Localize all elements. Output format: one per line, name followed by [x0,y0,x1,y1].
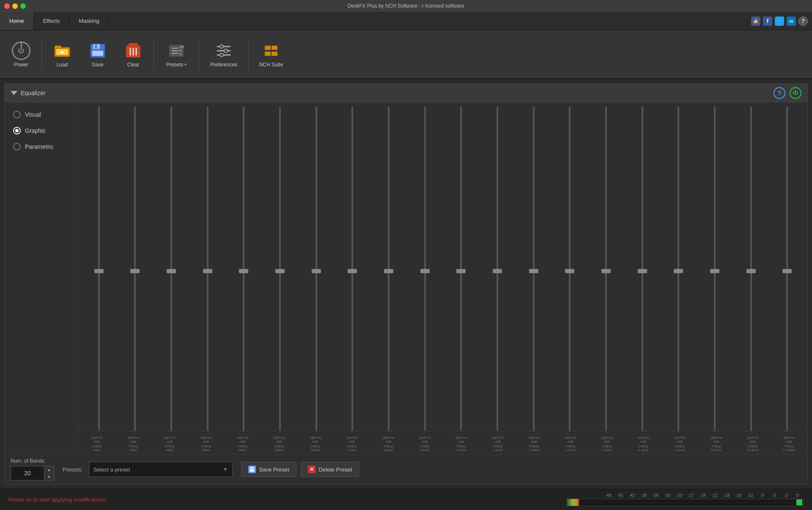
band-slider-0[interactable] [98,107,100,431]
band-slider-17[interactable] [714,107,716,431]
band-handle-9[interactable] [420,269,430,273]
band-freq-9: FREQ546Hz [420,444,430,452]
band-slider-18[interactable] [750,107,752,431]
dropdown-arrow-icon: ▼ [223,466,228,472]
band-handle-19[interactable] [782,269,792,273]
band-handle-15[interactable] [638,269,647,273]
save-preset-button[interactable]: Save Preset [241,462,296,477]
band-depth-3: DEPTH0dB [200,436,212,444]
load-button[interactable]: Load [45,34,79,74]
band-depth-7: DEPTH0dB [346,436,358,444]
band-handle-11[interactable] [493,269,502,273]
facebook-icon[interactable]: f [763,16,772,26]
spinner-down-button[interactable]: ▼ [44,473,54,480]
band-column-8 [370,107,407,431]
eq-header-right: ? [774,87,801,99]
preferences-button[interactable]: Preferences [203,34,245,74]
band-slider-12[interactable] [533,107,535,431]
presets-dropdown[interactable]: Select a preset ▼ [89,462,233,477]
band-handle-12[interactable] [529,269,538,273]
band-handle-18[interactable] [746,269,756,273]
band-slider-6[interactable] [315,107,317,431]
eq-header: Equalizer ? [5,84,807,102]
num-bands-spinners: ▲ ▼ [44,466,54,481]
status-message: Power on to start applying modifications… [8,496,107,503]
band-info-12: DEPTH0dBFREQ1.5kHz [516,436,552,452]
tab-home[interactable]: Home [0,12,34,30]
band-handle-4[interactable] [239,269,248,273]
tab-effects[interactable]: Effects [34,12,70,30]
band-handle-1[interactable] [130,269,140,273]
band-slider-5[interactable] [279,107,281,431]
help-icon[interactable]: ? [798,16,808,26]
preferences-label: Preferences [210,62,238,68]
sliders-container [79,107,807,431]
band-slider-7[interactable] [351,107,353,431]
level-scale-value: -9 [756,493,768,498]
toolbar-divider [41,40,42,69]
save-button[interactable]: Save [81,34,115,74]
band-info-15: DEPTH0dBFREQ4.4kHz [625,436,661,452]
band-handle-16[interactable] [674,269,683,273]
band-slider-1[interactable] [134,107,136,431]
eq-collapse-icon[interactable] [11,91,17,95]
band-freq-2: FREQ48Hz [165,444,174,452]
band-slider-11[interactable] [497,107,498,431]
presets-button[interactable]: Presets ▾ [157,34,195,74]
band-column-9 [407,107,443,431]
twitter-icon[interactable]: 🐦 [775,16,784,26]
band-handle-13[interactable] [565,269,574,273]
delete-preset-button[interactable]: ✕ Delete Preset [301,462,359,477]
band-handle-17[interactable] [710,269,719,273]
band-slider-14[interactable] [605,107,607,431]
eq-header-left: Equalizer [11,90,45,96]
level-scale-value: -45 [614,493,626,498]
parametric-label: Parametric [25,143,54,150]
graphic-radio[interactable]: Graphic [13,127,70,134]
band-handle-2[interactable] [167,269,176,273]
parametric-radio[interactable]: Parametric [13,143,70,151]
band-handle-10[interactable] [456,269,466,273]
band-slider-8[interactable] [388,107,390,431]
level-scale-value: -12 [744,493,756,498]
band-info-8: DEPTH0dBFREQ386Hz [370,436,406,452]
maximize-button[interactable] [20,3,26,9]
band-handle-7[interactable] [348,269,357,273]
band-slider-15[interactable] [642,107,643,431]
visual-radio[interactable]: Visual [13,111,70,118]
band-slider-19[interactable] [786,107,788,431]
band-column-7 [335,107,371,431]
preset-buttons: Save Preset ✕ Delete Preset [241,462,359,477]
close-button[interactable] [4,3,10,9]
power-button[interactable]: Power [4,34,38,74]
band-freq-17: FREQ8.7kHz [711,444,721,452]
thumbs-up-icon[interactable]: 👍 [751,16,760,26]
band-slider-16[interactable] [678,107,679,431]
num-bands-section: Num. of Bands: ▲ ▼ [11,458,54,481]
linkedin-icon[interactable]: in [787,16,796,26]
band-slider-10[interactable] [460,107,462,431]
spinner-up-button[interactable]: ▲ [44,466,54,473]
clear-button[interactable]: Clear [116,34,150,74]
band-handle-0[interactable] [94,269,104,273]
band-depth-19: DEPTH0dB [783,436,795,444]
band-handle-3[interactable] [203,269,212,273]
eq-help-button[interactable]: ? [774,87,785,99]
band-column-11 [479,107,516,431]
tab-masking[interactable]: Masking [69,12,109,30]
band-slider-4[interactable] [243,107,244,431]
band-handle-14[interactable] [601,269,611,273]
minimize-button[interactable] [12,3,18,9]
band-handle-8[interactable] [384,269,393,273]
band-slider-3[interactable] [207,107,208,431]
band-handle-5[interactable] [275,269,285,273]
band-slider-13[interactable] [569,107,571,431]
band-handle-6[interactable] [312,269,321,273]
eq-power-button[interactable] [790,87,801,99]
svg-rect-35 [250,469,254,471]
nch-suite-button[interactable]: NCH Suite [252,34,290,74]
band-slider-9[interactable] [424,107,426,431]
band-slider-2[interactable] [170,107,172,431]
num-bands-input[interactable] [11,466,44,480]
level-scale-value: -30 [673,493,685,498]
